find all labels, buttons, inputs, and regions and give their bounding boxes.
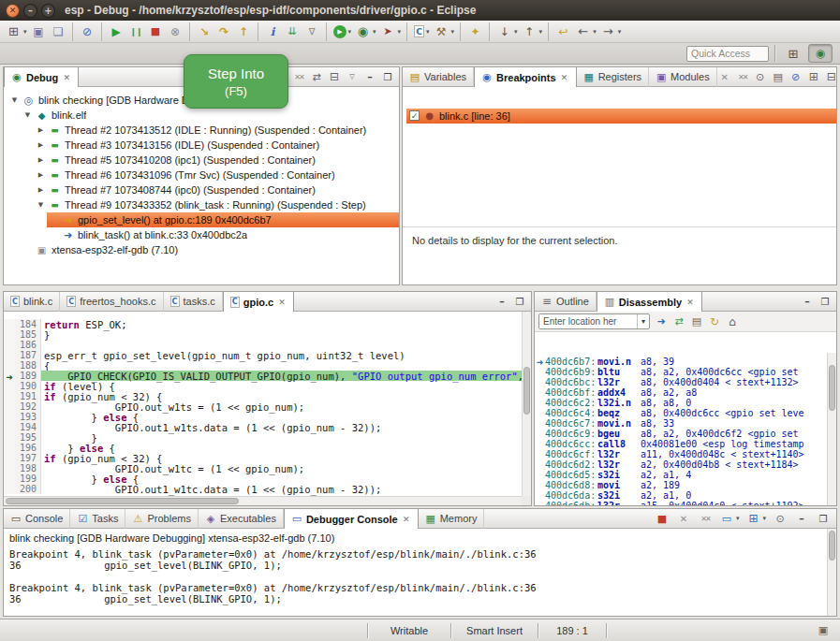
debug-tree-item[interactable]: Thread #7 1073408744 (ipc0) (Suspended :…	[4, 182, 399, 197]
save-button[interactable]	[29, 22, 49, 41]
display-selected-console-button[interactable]	[717, 509, 742, 528]
code-line[interactable]: 194 GPIO.out1_w1ts.data = (1 << (gpio_nu…	[4, 422, 522, 432]
minimize-button[interactable]	[792, 509, 811, 528]
editor-tab[interactable]: blink.c	[4, 292, 60, 312]
console-tab[interactable]: Debugger Console	[284, 509, 419, 530]
quick-access-input[interactable]	[686, 46, 769, 62]
maximize-button[interactable]	[380, 69, 395, 84]
last-edit-location-button[interactable]	[548, 22, 573, 41]
maximize-button[interactable]	[512, 294, 527, 309]
save-all-button[interactable]	[49, 22, 68, 41]
code-line[interactable]: 190 if (level) {	[4, 381, 522, 391]
editor-tab[interactable]: tasks.c	[164, 292, 223, 312]
view-tab[interactable]: Registers	[577, 67, 649, 87]
view-tab[interactable]: Disassembly	[597, 292, 702, 313]
debug-tree-item[interactable]: Thread #5 1073410208 (ipc1) (Suspended :…	[4, 153, 399, 168]
expander-icon[interactable]	[37, 141, 45, 149]
code-line[interactable]: 186	[4, 340, 522, 350]
debug-view-tab[interactable]: Debug	[4, 67, 79, 88]
resume-button[interactable]	[101, 22, 126, 41]
code-line[interactable]: 184 return ESP_OK;	[4, 319, 522, 329]
console-tab[interactable]: Problems	[125, 509, 198, 529]
scrollbar-thumb[interactable]	[829, 531, 835, 561]
collapse-all-button[interactable]	[824, 69, 839, 84]
maximize-button[interactable]	[818, 294, 833, 309]
disassembly-vertical-scrollbar[interactable]	[827, 353, 836, 505]
console-tab[interactable]: Console	[4, 509, 70, 529]
suspend-button[interactable]	[126, 22, 146, 41]
collapse-all-button[interactable]	[327, 69, 342, 84]
close-icon[interactable]	[402, 515, 411, 524]
expander-icon[interactable]	[37, 201, 45, 209]
code-line[interactable]: 191 if (gpio_num < 32) {	[4, 391, 522, 401]
build-button[interactable]	[432, 22, 457, 41]
new-c-file-button[interactable]	[406, 22, 432, 41]
refresh-view-button[interactable]	[707, 314, 722, 329]
breakpoint-item[interactable]: blink.c [line: 36]	[403, 108, 836, 124]
window-maximize-button[interactable]	[41, 4, 55, 18]
code-line[interactable]: 189 GPIO_CHECK(GPIO_IS_VALID_OUTPUT_GPIO…	[4, 371, 522, 381]
step-return-button[interactable]	[234, 22, 254, 41]
remove-launch-button[interactable]	[674, 509, 693, 528]
code-line[interactable]: 193 } else {	[4, 412, 522, 422]
skip-all-breakpoints-toggle[interactable]	[788, 69, 803, 84]
expander-icon[interactable]	[37, 186, 45, 194]
debug-tree-item[interactable]: xtensa-esp32-elf-gdb (7.10)	[4, 242, 399, 257]
code-line[interactable]: 187 esp_err_t gpio_set_level(gpio_num_t …	[4, 350, 522, 360]
debug-tree-item[interactable]: Thread #6 1073431096 (Tmr Svc) (Suspende…	[4, 168, 399, 182]
close-icon[interactable]	[685, 298, 695, 307]
console-tab[interactable]: Executables	[199, 509, 284, 529]
drop-to-frame-button[interactable]	[283, 22, 302, 41]
minimize-button[interactable]	[800, 294, 815, 309]
window-minimize-button[interactable]	[23, 4, 37, 18]
minimize-button[interactable]	[494, 294, 509, 309]
disassembly-row[interactable]: 400dc6b9: bltu a8, a2, 0x400dc6cc <gpio_…	[535, 367, 827, 377]
disassembly-row[interactable]: 400dc6d2: l32r a2, 0x400d04b8 <_stext+11…	[535, 459, 827, 470]
expander-icon[interactable]	[37, 171, 45, 179]
scrollbar-thumb[interactable]	[523, 367, 530, 415]
disassembly-row[interactable]: 400dc6d5: s32i a2, a1, 4	[535, 470, 827, 480]
disassembly-row[interactable]: 400dc6b7: movi.n a8, 39	[535, 357, 827, 367]
debug-tree-item[interactable]: Thread #3 1073413156 (IDLE) (Suspended :…	[4, 138, 399, 153]
view-tab[interactable]: Breakpoints	[474, 67, 577, 88]
sync-with-active-context-button[interactable]	[671, 314, 686, 329]
code-line[interactable]: 188 {	[4, 360, 522, 371]
terminate-console-button[interactable]	[653, 509, 671, 528]
debug-tree-item[interactable]: Thread #9 1073433352 (blink_task : Runni…	[4, 197, 399, 212]
search-button[interactable]	[460, 22, 485, 41]
breakpoint-checkbox[interactable]	[409, 110, 420, 121]
next-annotation-button[interactable]	[489, 22, 520, 41]
open-perspective-button[interactable]	[781, 44, 805, 63]
code-line[interactable]: 195 }	[4, 432, 522, 443]
disconnect-button[interactable]	[166, 22, 185, 41]
run-button[interactable]	[326, 22, 354, 41]
scrollbar-thumb[interactable]	[829, 365, 835, 411]
skip-all-breakpoints-button[interactable]	[72, 22, 97, 41]
remove-all-terminated-button[interactable]	[291, 69, 306, 84]
console-tab[interactable]: Tasks	[70, 509, 125, 529]
disassembly-row[interactable]: 400dc6c9: bgeu a8, a2, 0x400dc6f2 <gpio_…	[535, 429, 827, 439]
step-into-button[interactable]	[189, 22, 214, 41]
code-line[interactable]: 198 GPIO.out_w1tc = (1 << gpio_num);	[4, 463, 522, 473]
combo-caret-icon[interactable]	[637, 314, 649, 328]
disassembly-row[interactable]: 400dc6bc: l32r a8, 0x400d0404 <_stext+11…	[535, 377, 827, 387]
editor-vertical-scrollbar[interactable]	[522, 312, 531, 496]
debug-button[interactable]	[353, 22, 378, 41]
editor-tab[interactable]: freertos_hooks.c	[60, 292, 163, 312]
code-line[interactable]: 197 if (gpio_num < 32) {	[4, 453, 522, 463]
terminate-button[interactable]	[146, 22, 166, 41]
back-button[interactable]	[573, 22, 598, 41]
expand-all-button[interactable]	[806, 69, 821, 84]
window-close-button[interactable]	[6, 4, 20, 18]
expander-icon[interactable]	[10, 96, 19, 104]
maximize-button[interactable]	[814, 509, 833, 528]
debug-tree-item[interactable]: gpio_set_level() at gpio.c:189 0x400dc6b…	[4, 212, 399, 227]
previous-annotation-button[interactable]	[520, 22, 545, 41]
show-breakpoints-for-selection-button[interactable]	[753, 69, 768, 84]
pin-console-button[interactable]	[771, 509, 789, 528]
expander-icon[interactable]	[23, 111, 32, 119]
editor-tab[interactable]: gpio.c	[223, 292, 294, 313]
external-tools-button[interactable]	[378, 22, 404, 41]
new-wizard-button[interactable]	[4, 22, 29, 41]
close-icon[interactable]	[560, 73, 569, 82]
